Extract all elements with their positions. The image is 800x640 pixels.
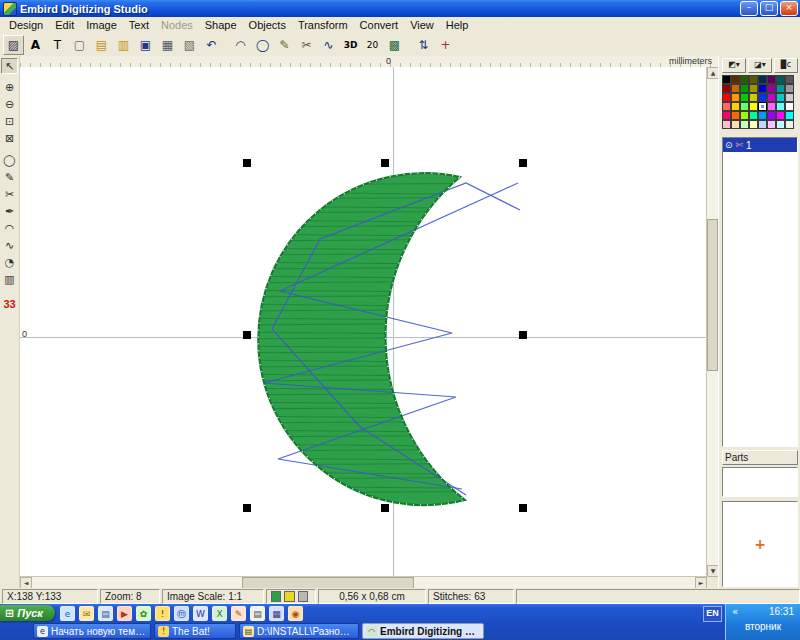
import-design-button[interactable]: ▥: [113, 35, 134, 55]
selection-handle[interactable]: [243, 331, 251, 339]
quicklaunch-show-desktop-icon[interactable]: ▤: [98, 606, 113, 621]
maximize-button[interactable]: □: [760, 1, 778, 16]
pan-tool[interactable]: ⊠: [1, 131, 18, 147]
clock[interactable]: 16:31: [769, 606, 794, 617]
add-object-button[interactable]: +: [435, 35, 456, 55]
select-mode-button[interactable]: ▨: [3, 35, 24, 55]
palette-color-4[interactable]: [758, 75, 767, 84]
palette-color-9[interactable]: [731, 84, 740, 93]
palette-color-25[interactable]: [731, 102, 740, 111]
menu-image[interactable]: Image: [80, 19, 123, 31]
palette-color-47[interactable]: [785, 120, 794, 129]
move-order-button[interactable]: ⇅: [413, 35, 434, 55]
palette-color-44[interactable]: [758, 120, 767, 129]
arc-tool[interactable]: ◠: [1, 221, 18, 237]
palette-color-23[interactable]: [785, 93, 794, 102]
zoom-out-tool[interactable]: ⊖: [1, 97, 18, 113]
palette-color-43[interactable]: [749, 120, 758, 129]
palette-color-12[interactable]: [758, 84, 767, 93]
pen-tool[interactable]: ✒: [1, 204, 18, 220]
cut-button[interactable]: ✂: [296, 35, 317, 55]
grid-20-button[interactable]: 20: [362, 35, 383, 55]
palette-color-22[interactable]: [776, 93, 785, 102]
edit-nodes-button[interactable]: ◠: [230, 35, 251, 55]
selection-handle[interactable]: [243, 159, 251, 167]
task-forum[interactable]: eНачать новую тему :: В...: [33, 623, 151, 639]
task-explorer[interactable]: ▤D:\INSTALL\Разное\Embird: [239, 623, 359, 639]
pointer-tool[interactable]: ↖: [1, 58, 18, 74]
quicklaunch-word-icon[interactable]: W: [193, 606, 208, 621]
menu-text[interactable]: Text: [123, 19, 155, 31]
quicklaunch-ie-icon[interactable]: e: [60, 606, 75, 621]
menu-objects[interactable]: Objects: [243, 19, 292, 31]
menu-design[interactable]: Design: [3, 19, 49, 31]
thread-catalog-button[interactable]: ◩▾: [722, 58, 746, 73]
palette-color-36[interactable]: [758, 111, 767, 120]
object-row-1[interactable]: ⊙ ✄ 1: [723, 138, 797, 152]
start-button[interactable]: ⊞Пуск: [0, 605, 55, 621]
palette-color-39[interactable]: [785, 111, 794, 120]
design-canvas[interactable]: 0: [20, 67, 707, 577]
selection-handle[interactable]: [243, 504, 251, 512]
palette-color-7[interactable]: [785, 75, 794, 84]
crescent-design[interactable]: [20, 67, 707, 577]
quicklaunch-winamp-icon[interactable]: ◉: [288, 606, 303, 621]
palette-color-38[interactable]: [776, 111, 785, 120]
pencil-tool[interactable]: ✎: [1, 170, 18, 186]
quicklaunch-excel-icon[interactable]: X: [212, 606, 227, 621]
palette-color-35[interactable]: [749, 111, 758, 120]
quicklaunch-the-bat-icon[interactable]: !: [155, 606, 170, 621]
ellipse-select-tool[interactable]: ◯: [1, 153, 18, 169]
scissors-tool[interactable]: ✂: [1, 187, 18, 203]
selection-handle[interactable]: [519, 331, 527, 339]
zoom-in-tool[interactable]: ⊕: [1, 80, 18, 96]
palette-color-28[interactable]: [758, 102, 767, 111]
selection-handle[interactable]: [519, 504, 527, 512]
freehand-button[interactable]: ✎: [274, 35, 295, 55]
copy-design-button[interactable]: ▧: [179, 35, 200, 55]
palette-color-2[interactable]: [740, 75, 749, 84]
palette-color-8[interactable]: [722, 84, 731, 93]
horizontal-scrollbar[interactable]: ◄ ►: [20, 576, 707, 588]
wave-tool[interactable]: ∿: [1, 238, 18, 254]
minimize-button[interactable]: –: [740, 1, 758, 16]
vertical-scroll-thumb[interactable]: [707, 219, 718, 371]
palette-color-18[interactable]: [740, 93, 749, 102]
menu-shape[interactable]: Shape: [199, 19, 243, 31]
palette-color-19[interactable]: [749, 93, 758, 102]
quicklaunch-notepad-icon[interactable]: ▤: [250, 606, 265, 621]
new-design-button[interactable]: ▢: [69, 35, 90, 55]
palette-color-0[interactable]: [722, 75, 731, 84]
text-t-button[interactable]: T: [47, 35, 68, 55]
palette-color-34[interactable]: [740, 111, 749, 120]
circle-tool[interactable]: ◔: [1, 255, 18, 271]
column-tool[interactable]: ▥: [1, 272, 18, 288]
menu-nodes[interactable]: Nodes: [155, 19, 199, 31]
palette-color-37[interactable]: [767, 111, 776, 120]
palette-color-31[interactable]: [785, 102, 794, 111]
palette-color-40[interactable]: [722, 120, 731, 129]
pick-color-button[interactable]: ▉c: [774, 58, 798, 73]
undo-button[interactable]: ↶: [201, 35, 222, 55]
selection-handle[interactable]: [381, 504, 389, 512]
palette-color-41[interactable]: [731, 120, 740, 129]
palette-color-21[interactable]: [767, 93, 776, 102]
quicklaunch-msn-icon[interactable]: ⓜ: [174, 606, 189, 621]
text-a-button[interactable]: A: [25, 35, 46, 55]
palette-color-24[interactable]: [722, 102, 731, 111]
palette-color-45[interactable]: [767, 120, 776, 129]
tray-chevron-icon[interactable]: «: [732, 606, 738, 617]
palette-color-6[interactable]: [776, 75, 785, 84]
object-list[interactable]: ⊙ ✄ 1: [722, 137, 798, 447]
menu-view[interactable]: View: [404, 19, 440, 31]
parts-list[interactable]: [722, 467, 798, 497]
language-indicator[interactable]: EN: [703, 606, 722, 622]
palette-color-46[interactable]: [776, 120, 785, 129]
selection-handle[interactable]: [519, 159, 527, 167]
palette-color-17[interactable]: [731, 93, 740, 102]
palette-color-42[interactable]: [740, 120, 749, 129]
menu-edit[interactable]: Edit: [49, 19, 80, 31]
save-design-button[interactable]: ▣: [135, 35, 156, 55]
menu-convert[interactable]: Convert: [354, 19, 405, 31]
stitch-view-button[interactable]: ▩: [384, 35, 405, 55]
